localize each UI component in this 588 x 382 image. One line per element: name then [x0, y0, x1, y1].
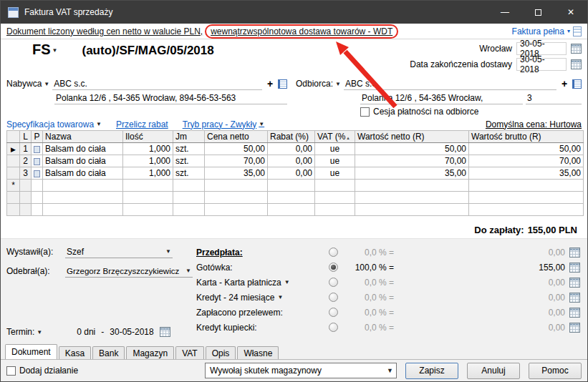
minimize-button[interactable]: —	[488, 1, 521, 24]
item-discount[interactable]: 0,00	[268, 143, 315, 155]
buyer-selector[interactable]: Nabywca ▼	[6, 79, 49, 89]
add-action-checkbox[interactable]	[6, 366, 16, 376]
tab-magazyn[interactable]: Magazyn	[126, 346, 174, 359]
col-lp[interactable]: L	[20, 131, 32, 143]
item-vat[interactable]: ue	[315, 155, 355, 167]
cash-radio[interactable]	[329, 263, 338, 272]
calendar-icon[interactable]	[160, 327, 170, 337]
calculator-icon[interactable]	[569, 263, 580, 273]
warehouse-effect-select[interactable]: Wywołaj skutek magazynowy ▼	[205, 363, 397, 378]
item-vat[interactable]: ue	[315, 167, 355, 180]
specification-link[interactable]: Specyfikacja towarowa ▼	[6, 119, 102, 129]
buyer-name-field[interactable]: ABC s.c.	[52, 77, 262, 90]
work-mode-link[interactable]: Tryb pracy - Zwykły ▼	[183, 119, 264, 129]
payment-amount[interactable]: 0,00	[394, 293, 569, 303]
doc-type-selector[interactable]: FS ▼	[32, 41, 57, 75]
card-radio[interactable]	[329, 278, 338, 287]
term-selector[interactable]: Termin: ▼	[6, 327, 42, 337]
item-net-value[interactable]: 50,00	[355, 143, 469, 155]
item-unit[interactable]: szt.	[173, 143, 205, 155]
trade-credit-radio[interactable]	[329, 323, 338, 332]
payment-percent[interactable]: 0,0 % =	[347, 293, 394, 303]
add-buyer-button[interactable]: +	[265, 78, 275, 89]
transfer-radio[interactable]	[329, 308, 338, 317]
item-qty[interactable]: 1,000	[123, 167, 173, 180]
payment-percent[interactable]: 0,0 % =	[347, 308, 394, 318]
item-name[interactable]: Balsam do ciała	[43, 167, 123, 180]
item-net-price[interactable]: 35,00	[205, 167, 268, 180]
item-qty[interactable]: 1,000	[123, 143, 173, 155]
calendar-icon[interactable]	[571, 44, 582, 54]
prepayment-link[interactable]: Przedpłata:	[196, 248, 329, 258]
col-discount[interactable]: Rabat (%)	[268, 131, 315, 143]
payment-percent[interactable]: 0,0 % =	[347, 323, 394, 333]
payment-percent[interactable]: 0,0 % =	[347, 278, 394, 288]
item-discount[interactable]: 0,00	[268, 167, 315, 180]
col-vat[interactable]: VAT (%▴	[315, 131, 355, 143]
item-name[interactable]: Balsam do ciała	[43, 143, 123, 155]
tab-opis[interactable]: Opis	[206, 346, 236, 359]
recipient-selector[interactable]: Odbiorca: ▼	[296, 79, 341, 89]
term-days[interactable]: 0 dni	[77, 327, 95, 337]
col-net-value[interactable]: Wartość netto (R)	[355, 131, 469, 143]
contractor-catalog-icon[interactable]	[278, 79, 287, 89]
recipient-address-field[interactable]: Polanka 12/6 , 54-365 Wrocław,	[360, 92, 523, 104]
credit-selector[interactable]: Kredyt - 24 miesiące ▼	[196, 293, 329, 303]
item-gross-value[interactable]: 70,00	[469, 155, 584, 167]
buyer-address-field[interactable]: Polanka 12/6 , 54-365 Wrocław, 894-56-53…	[54, 92, 287, 104]
term-date[interactable]: 30-05-2018	[110, 327, 153, 337]
invoice-type-selector[interactable]: Faktura pełna ▾	[512, 26, 582, 36]
tab-vat[interactable]: VAT	[175, 346, 204, 359]
received-by-combo[interactable]: Grzegorz Brzęczyszczykiewicz ▼	[65, 265, 193, 278]
contractor-catalog-icon[interactable]	[572, 79, 582, 89]
payment-amount[interactable]: 0,00	[394, 308, 569, 318]
col-selector[interactable]	[7, 131, 20, 143]
save-button[interactable]: Zapisz	[405, 363, 458, 379]
calculator-icon[interactable]	[569, 248, 580, 258]
payment-amount[interactable]: 0,00	[394, 248, 569, 258]
maximize-button[interactable]	[521, 1, 554, 24]
wdt-mode-link[interactable]: wewnątrzwspólnotowa dostawa towarów - WD…	[211, 26, 392, 36]
calculator-icon[interactable]	[569, 293, 580, 303]
item-discount[interactable]: 0,00	[268, 155, 315, 167]
add-recipient-button[interactable]: +	[559, 78, 569, 89]
table-row[interactable]: ▶ 1 Balsam do ciała 1,000 szt. 50,00 0,0…	[7, 143, 584, 155]
tab-dokument[interactable]: Dokument	[5, 344, 57, 359]
item-net-value[interactable]: 70,00	[355, 155, 469, 167]
item-net-price[interactable]: 50,00	[205, 143, 268, 155]
col-gross-value[interactable]: Wartość brutto (R)	[469, 131, 584, 143]
recipient-code-field[interactable]: 3	[526, 92, 582, 104]
item-gross-value[interactable]: 50,00	[469, 143, 584, 155]
col-qty[interactable]: Ilość	[123, 131, 173, 143]
item-unit[interactable]: szt.	[173, 167, 205, 180]
calculator-icon[interactable]	[569, 323, 580, 333]
issue-date-field[interactable]: 30-05-2018	[516, 42, 567, 55]
document-mode-link[interactable]: Dokument liczony według cen netto w walu…	[6, 26, 203, 36]
credit-radio[interactable]	[329, 293, 338, 302]
tab-kasa[interactable]: Kasa	[59, 346, 91, 359]
col-net-price[interactable]: Cena netto	[205, 131, 268, 143]
help-button[interactable]: Pomoc	[529, 363, 582, 379]
table-row[interactable]: 3 Balsam do ciała 1,000 szt. 35,00 0,00 …	[7, 167, 584, 180]
default-price-link[interactable]: Domyślna cena: Hurtowa	[486, 119, 582, 129]
add-action-option[interactable]: Dodaj działanie	[6, 364, 78, 377]
col-name[interactable]: Nazwa	[43, 131, 123, 143]
col-unit[interactable]: Jm	[173, 131, 205, 143]
close-button[interactable]: ✕	[554, 1, 587, 24]
cession-checkbox[interactable]	[360, 107, 370, 117]
tab-wlasne[interactable]: Własne	[237, 346, 279, 359]
issued-by-combo[interactable]: Szef ▼	[65, 245, 173, 258]
item-qty[interactable]: 1,000	[123, 155, 173, 167]
payment-percent[interactable]: 0,0 % =	[347, 248, 394, 258]
item-net-value[interactable]: 35,00	[355, 167, 469, 180]
delivery-date-field[interactable]: 30-05-2018	[516, 58, 567, 71]
item-net-price[interactable]: 70,00	[205, 155, 268, 167]
item-name[interactable]: Balsam do ciała	[43, 155, 123, 167]
payment-amount[interactable]: 155,00	[394, 263, 569, 273]
calculator-icon[interactable]	[569, 308, 580, 318]
new-item-row[interactable]: *	[7, 180, 584, 192]
col-p[interactable]: P	[32, 131, 43, 143]
payment-amount[interactable]: 0,00	[394, 278, 569, 288]
card-selector[interactable]: Karta - Karta płatnicza ▼	[196, 278, 329, 288]
item-gross-value[interactable]: 35,00	[469, 167, 584, 180]
